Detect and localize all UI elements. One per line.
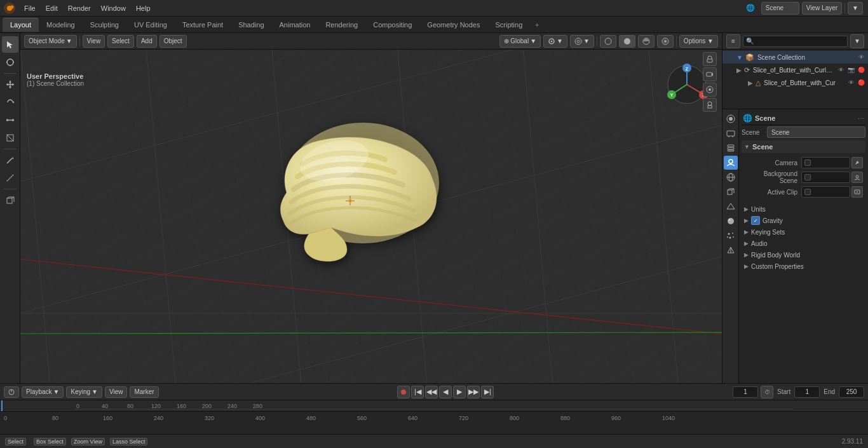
tab-geometry-nodes[interactable]: Geometry Nodes bbox=[419, 18, 487, 32]
proportional-editing[interactable]: ▼ bbox=[570, 35, 594, 48]
view-layer-selector[interactable]: View Layer bbox=[802, 2, 842, 15]
props-particles[interactable] bbox=[724, 229, 738, 243]
marker-menu[interactable]: Marker bbox=[130, 386, 158, 398]
keying-menu[interactable]: Keying ▼ bbox=[66, 386, 102, 398]
item1-render[interactable]: 🔴 bbox=[857, 65, 865, 74]
camera-value[interactable] bbox=[801, 157, 850, 168]
timeline-mode-btn[interactable] bbox=[4, 386, 19, 398]
item2-render[interactable]: 🔴 bbox=[857, 78, 865, 87]
play-back-btn[interactable]: ◀ bbox=[439, 386, 452, 398]
collection-eye-btn[interactable]: 👁 bbox=[857, 53, 865, 62]
tool-rotate[interactable] bbox=[2, 94, 18, 111]
viewport-shading-render[interactable] bbox=[657, 35, 674, 48]
tab-layout[interactable]: Layout bbox=[3, 18, 39, 32]
add-workspace-button[interactable]: + bbox=[530, 18, 544, 32]
item1-eye[interactable]: 👁 bbox=[836, 65, 845, 74]
keying-sets-row[interactable]: ▶ Keying Sets bbox=[742, 226, 865, 238]
tool-transform[interactable] bbox=[2, 130, 18, 146]
bg-scene-icon[interactable] bbox=[851, 172, 863, 183]
viewport-options[interactable]: Options ▼ bbox=[679, 35, 718, 48]
tool-select[interactable] bbox=[2, 36, 18, 53]
viewport-render-btn[interactable] bbox=[703, 83, 717, 97]
outliner-item-2[interactable]: ▶ △ Slice_of_Butter_with_Cur 👁 🔴 bbox=[722, 76, 868, 89]
tab-texture-paint[interactable]: Texture Paint bbox=[175, 18, 231, 32]
units-row[interactable]: ▶ Units bbox=[742, 203, 865, 215]
tool-add-cube[interactable] bbox=[2, 192, 18, 208]
props-output[interactable] bbox=[724, 126, 738, 140]
item1-camera[interactable]: 📷 bbox=[846, 65, 855, 74]
audio-row[interactable]: ▶ Audio bbox=[742, 238, 865, 249]
props-object[interactable] bbox=[724, 185, 738, 199]
scene-name-value[interactable]: Scene bbox=[767, 126, 865, 138]
props-physics[interactable] bbox=[724, 243, 738, 257]
jump-end-btn[interactable]: ▶| bbox=[481, 386, 494, 398]
tab-scripting[interactable]: Scripting bbox=[487, 18, 530, 32]
clip-icon[interactable] bbox=[851, 186, 863, 198]
lock-view-btn[interactable] bbox=[703, 52, 717, 66]
outliner-search-input[interactable] bbox=[743, 36, 848, 47]
playback-menu[interactable]: Playback ▼ bbox=[22, 386, 64, 398]
tool-scale[interactable] bbox=[2, 112, 18, 128]
viewport-shading-material[interactable] bbox=[638, 35, 654, 48]
play-btn[interactable]: ▶ bbox=[453, 386, 466, 398]
tab-animation[interactable]: Animation bbox=[272, 18, 318, 32]
object-mode-selector[interactable]: Object Mode ▼ bbox=[24, 35, 77, 48]
view-menu-tl[interactable]: View bbox=[105, 386, 128, 398]
outliner-scene-collection[interactable]: ▼ 📦 Scene Collection 👁 bbox=[722, 51, 868, 64]
viewport-overlay-btn[interactable] bbox=[703, 98, 717, 112]
viewport-shading-solid[interactable] bbox=[619, 35, 635, 48]
tool-annotate[interactable] bbox=[2, 152, 18, 168]
record-btn[interactable] bbox=[397, 386, 410, 398]
tab-compositing[interactable]: Compositing bbox=[365, 18, 419, 32]
menu-file[interactable]: File bbox=[19, 0, 41, 17]
end-frame-input[interactable] bbox=[839, 386, 864, 398]
menu-edit[interactable]: Edit bbox=[41, 0, 63, 17]
background-scene-value[interactable] bbox=[801, 172, 850, 183]
item2-eye[interactable]: 👁 bbox=[846, 78, 855, 87]
gravity-checkbox[interactable]: ✓ bbox=[751, 216, 760, 225]
camera-view-btn[interactable] bbox=[703, 67, 717, 81]
current-frame-input[interactable] bbox=[733, 386, 758, 398]
props-material[interactable] bbox=[724, 214, 738, 228]
viewport-shading-wire[interactable] bbox=[600, 35, 616, 48]
props-scene[interactable] bbox=[724, 156, 738, 170]
tool-measure[interactable] bbox=[2, 170, 18, 186]
tab-modeling[interactable]: Modeling bbox=[39, 18, 83, 32]
tool-move[interactable] bbox=[2, 76, 18, 93]
outliner-filter2-btn[interactable]: ▼ bbox=[850, 34, 864, 48]
tab-sculpting[interactable]: Sculpting bbox=[83, 18, 126, 32]
props-mesh[interactable] bbox=[724, 200, 738, 214]
active-clip-value[interactable] bbox=[801, 186, 850, 198]
step-forward-btn[interactable]: ▶▶ bbox=[467, 386, 480, 398]
scene-selector[interactable]: Scene bbox=[761, 2, 799, 15]
snap-toggle[interactable]: ▼ bbox=[543, 35, 567, 48]
scene-subsection-header[interactable]: ▼ Scene bbox=[742, 140, 865, 153]
add-menu[interactable]: Add bbox=[137, 35, 157, 48]
object-menu[interactable]: Object bbox=[159, 35, 187, 48]
props-world[interactable] bbox=[724, 170, 738, 184]
props-view-layer[interactable] bbox=[724, 141, 738, 155]
viewport-canvas[interactable]: User Perspective (1) Scene Collection bbox=[20, 50, 722, 383]
rigid-body-row[interactable]: ▶ Rigid Body World bbox=[742, 249, 865, 261]
props-render[interactable] bbox=[724, 112, 738, 126]
tool-cursor[interactable] bbox=[2, 54, 18, 71]
jump-start-btn[interactable]: |◀ bbox=[411, 386, 424, 398]
tab-shading[interactable]: Shading bbox=[231, 18, 271, 32]
scene-header-option[interactable]: ⋯ bbox=[858, 115, 864, 122]
transform-space[interactable]: ⊕ Global ▼ bbox=[499, 35, 541, 48]
camera-dropper[interactable] bbox=[851, 157, 863, 168]
custom-props-row[interactable]: ▶ Custom Properties bbox=[742, 261, 865, 272]
tab-rendering[interactable]: Rendering bbox=[318, 18, 365, 32]
view-layer-options[interactable]: ▼ bbox=[848, 2, 863, 15]
view-menu[interactable]: View bbox=[83, 35, 105, 48]
select-menu[interactable]: Select bbox=[107, 35, 134, 48]
menu-help[interactable]: Help bbox=[131, 0, 156, 17]
start-frame-input[interactable] bbox=[794, 386, 820, 398]
menu-render[interactable]: Render bbox=[63, 0, 96, 17]
outliner-item-1[interactable]: ▶ ⟳ Slice_of_Butter_with_Curl_00 👁 📷 🔴 bbox=[722, 64, 868, 76]
gravity-row[interactable]: ▶ ✓ Gravity bbox=[742, 215, 865, 226]
outliner-filter-btn[interactable]: ≡ bbox=[726, 34, 740, 48]
tab-uv-editing[interactable]: UV Editing bbox=[126, 18, 175, 32]
frame-time-btn[interactable]: ⏱ bbox=[761, 386, 773, 398]
menu-window[interactable]: Window bbox=[96, 0, 131, 17]
